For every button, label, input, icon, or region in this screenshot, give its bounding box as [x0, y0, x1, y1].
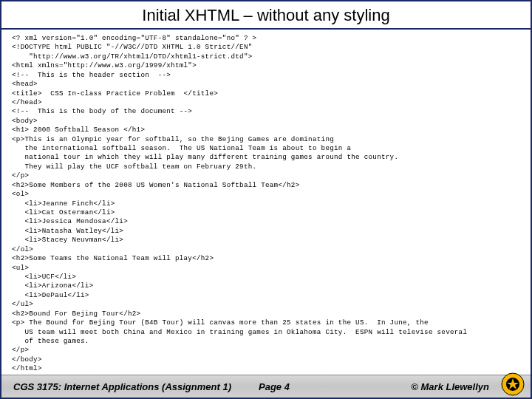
footer-course: CGS 3175: Internet Applications (Assignm… [1, 381, 231, 392]
ucf-logo-icon [501, 372, 525, 396]
footer-author: © Mark Llewellyn [411, 381, 489, 392]
slide-container: Initial XHTML – without any styling <? x… [0, 0, 532, 399]
footer-bar: CGS 3175: Internet Applications (Assignm… [1, 375, 531, 398]
code-block: <? xml version="1.0" encoding="UTF-8" st… [1, 30, 531, 374]
title-bar: Initial XHTML – without any styling [1, 1, 531, 27]
footer-page: Page 4 [259, 381, 290, 392]
slide-title: Initial XHTML – without any styling [1, 6, 531, 25]
